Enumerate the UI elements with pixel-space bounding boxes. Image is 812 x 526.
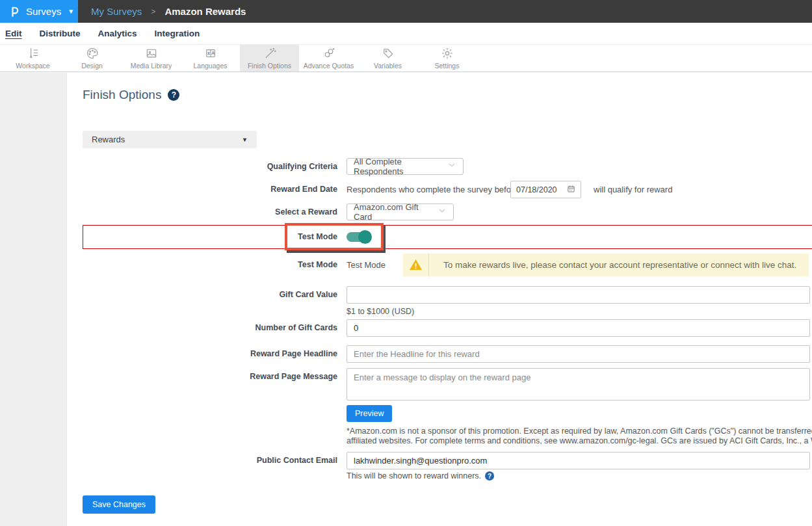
settings-gear-icon bbox=[441, 47, 454, 60]
variables-tag-icon bbox=[382, 47, 395, 60]
tab-edit[interactable]: Edit bbox=[5, 29, 22, 38]
select-a-reward-label: Select a Reward bbox=[83, 204, 337, 220]
surveys-app-menu[interactable]: Surveys ▼ bbox=[0, 0, 78, 23]
svg-text:A: A bbox=[211, 51, 215, 55]
reward-page-headline-label: Reward Page Headline bbox=[83, 345, 337, 363]
languages-icon: xA bbox=[204, 47, 217, 60]
test-mode-toggle-label: Test Mode bbox=[83, 225, 337, 249]
number-of-gift-cards-label: Number of Gift Cards bbox=[83, 319, 337, 337]
workspace-icon bbox=[27, 47, 40, 60]
toolbar-item-languages[interactable]: xA Languages bbox=[181, 45, 240, 72]
edit-toolbar: Workspace Design Media Library xA Langua… bbox=[0, 44, 812, 72]
test-mode-status-value: Test Mode bbox=[347, 254, 386, 276]
gift-card-value-label: Gift Card Value bbox=[83, 286, 337, 304]
form-row-reward-page-message: Reward Page Message bbox=[83, 368, 812, 401]
form-row-test-mode-toggle: Test Mode bbox=[83, 225, 812, 249]
chevron-down-icon: ▼ bbox=[68, 8, 74, 15]
reward-page-message-label: Reward Page Message bbox=[83, 368, 337, 386]
page-title: Finish Options bbox=[83, 88, 161, 102]
form-row-reward-end-date: Reward End Date Respondents who complete… bbox=[83, 181, 812, 198]
finish-options-help-icon[interactable]: ? bbox=[168, 89, 179, 101]
rewards-section-dropdown[interactable]: Rewards ▼ bbox=[83, 131, 257, 148]
toolbar-item-media-library[interactable]: Media Library bbox=[122, 45, 181, 72]
calendar-icon bbox=[567, 184, 575, 196]
tab-distribute[interactable]: Distribute bbox=[40, 29, 81, 38]
number-of-gift-cards-input[interactable] bbox=[347, 319, 810, 337]
top-bar: Surveys ▼ My Surveys > Amazon Rewards bbox=[0, 0, 812, 23]
preview-button[interactable]: Preview bbox=[347, 405, 392, 422]
test-mode-warning-banner: To make rewards live, please contact you… bbox=[403, 254, 809, 276]
public-contact-email-hint: This will be shown to reward winners. bbox=[347, 471, 481, 480]
design-palette-icon bbox=[86, 47, 99, 60]
form-row-qualifying-criteria: Qualifying Criteria All Complete Respond… bbox=[83, 158, 812, 175]
form-row-number-of-gift-cards: Number of Gift Cards bbox=[83, 319, 812, 337]
save-changes-button[interactable]: Save Changes bbox=[83, 495, 155, 514]
advance-quotas-links-icon bbox=[322, 47, 335, 60]
reward-end-date-prefix: Respondents who complete the survey befo… bbox=[347, 181, 519, 198]
qualifying-criteria-label: Qualifying Criteria bbox=[83, 158, 337, 175]
chevron-down-icon bbox=[447, 161, 456, 172]
breadcrumb-separator: > bbox=[151, 7, 155, 16]
warning-triangle-icon bbox=[403, 254, 429, 276]
public-contact-email-label: Public Contact Email bbox=[83, 452, 337, 469]
app-window: Surveys ▼ My Surveys > Amazon Rewards Ed… bbox=[0, 0, 812, 526]
reward-end-date-input[interactable]: 07/18/2020 bbox=[510, 181, 581, 198]
finish-options-wand-icon bbox=[263, 47, 276, 60]
tab-integration[interactable]: Integration bbox=[155, 29, 200, 38]
form-row-select-a-reward: Select a Reward Amazon.com Gift Card bbox=[83, 204, 812, 220]
test-mode-toggle[interactable] bbox=[347, 232, 370, 242]
tab-analytics[interactable]: Analytics bbox=[98, 29, 137, 38]
reward-page-message-textarea[interactable] bbox=[347, 368, 810, 401]
form-row-public-contact-email: Public Contact Email bbox=[83, 452, 812, 469]
gift-card-value-hint: $1 to $1000 (USD) bbox=[347, 307, 414, 316]
breadcrumb-my-surveys[interactable]: My Surveys bbox=[91, 6, 142, 17]
reward-end-date-suffix: will qualify for reward bbox=[594, 181, 672, 198]
reward-end-date-label: Reward End Date bbox=[83, 181, 337, 198]
toolbar-item-settings[interactable]: Settings bbox=[417, 45, 477, 72]
reward-page-headline-input[interactable] bbox=[347, 345, 810, 363]
qualifying-criteria-select[interactable]: All Complete Respondents bbox=[347, 158, 464, 175]
amazon-disclaimer: *Amazon.com is not a sponsor of this pro… bbox=[347, 427, 812, 446]
toolbar-item-variables[interactable]: Variables bbox=[358, 45, 417, 72]
gift-card-value-input[interactable] bbox=[347, 286, 810, 304]
toolbar-item-advance-quotas[interactable]: Advance Quotas bbox=[299, 45, 358, 72]
toolbar-item-finish-options[interactable]: Finish Options bbox=[240, 45, 299, 72]
breadcrumb-current-survey: Amazon Rewards bbox=[164, 6, 246, 17]
toggle-knob bbox=[358, 230, 372, 244]
chevron-down-icon bbox=[438, 206, 447, 218]
primary-nav-tabs: Edit Distribute Analytics Integration bbox=[0, 23, 812, 44]
chevron-down-icon: ▼ bbox=[242, 137, 248, 143]
left-sidebar bbox=[0, 73, 67, 526]
toolbar-item-workspace[interactable]: Workspace bbox=[3, 45, 62, 72]
svg-text:x: x bbox=[207, 51, 210, 55]
select-a-reward-select[interactable]: Amazon.com Gift Card bbox=[347, 204, 454, 220]
warning-banner-text: To make rewards live, please contact you… bbox=[429, 260, 796, 270]
breadcrumb: My Surveys > Amazon Rewards bbox=[78, 0, 246, 23]
public-contact-email-input[interactable] bbox=[347, 452, 810, 469]
reward-winners-help-icon[interactable]: ? bbox=[485, 471, 494, 480]
form-row-test-mode-status: Test Mode Test Mode To make rewards live… bbox=[83, 254, 812, 276]
questionpro-logo-icon bbox=[8, 5, 21, 19]
form-row-gift-card-value: Gift Card Value bbox=[83, 286, 812, 304]
test-mode-status-label: Test Mode bbox=[83, 254, 337, 276]
toolbar-item-design[interactable]: Design bbox=[62, 45, 122, 72]
form-row-reward-page-headline: Reward Page Headline bbox=[83, 345, 812, 363]
app-menu-label: Surveys bbox=[26, 6, 61, 17]
media-library-icon bbox=[145, 47, 158, 60]
